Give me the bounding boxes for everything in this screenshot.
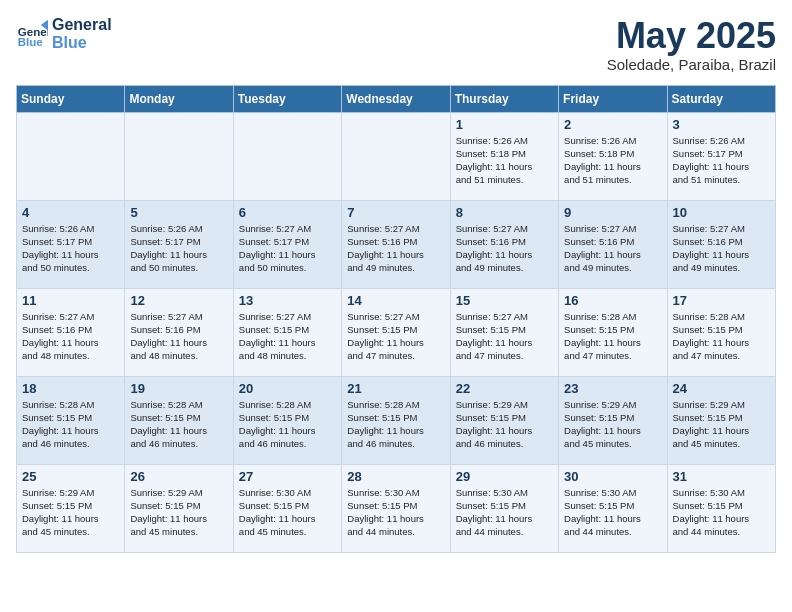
calendar-cell: 17Sunrise: 5:28 AM Sunset: 5:15 PM Dayli… [667,288,775,376]
day-number: 30 [564,469,661,484]
weekday-header-monday: Monday [125,85,233,112]
day-info: Sunrise: 5:27 AM Sunset: 5:15 PM Dayligh… [239,310,336,363]
page-header: General Blue General Blue May 2025 Soled… [16,16,776,73]
calendar-cell: 10Sunrise: 5:27 AM Sunset: 5:16 PM Dayli… [667,200,775,288]
day-number: 25 [22,469,119,484]
calendar-cell: 27Sunrise: 5:30 AM Sunset: 5:15 PM Dayli… [233,464,341,552]
day-number: 28 [347,469,444,484]
day-number: 5 [130,205,227,220]
day-info: Sunrise: 5:28 AM Sunset: 5:15 PM Dayligh… [673,310,770,363]
weekday-header-friday: Friday [559,85,667,112]
calendar-cell: 14Sunrise: 5:27 AM Sunset: 5:15 PM Dayli… [342,288,450,376]
day-info: Sunrise: 5:27 AM Sunset: 5:15 PM Dayligh… [347,310,444,363]
month-title: May 2025 [607,16,776,56]
day-info: Sunrise: 5:26 AM Sunset: 5:18 PM Dayligh… [456,134,553,187]
day-number: 10 [673,205,770,220]
day-number: 19 [130,381,227,396]
calendar-cell: 18Sunrise: 5:28 AM Sunset: 5:15 PM Dayli… [17,376,125,464]
day-info: Sunrise: 5:29 AM Sunset: 5:15 PM Dayligh… [130,486,227,539]
calendar-cell [17,112,125,200]
weekday-header-thursday: Thursday [450,85,558,112]
day-info: Sunrise: 5:29 AM Sunset: 5:15 PM Dayligh… [22,486,119,539]
day-number: 2 [564,117,661,132]
weekday-header-saturday: Saturday [667,85,775,112]
day-number: 24 [673,381,770,396]
day-number: 17 [673,293,770,308]
calendar-cell: 31Sunrise: 5:30 AM Sunset: 5:15 PM Dayli… [667,464,775,552]
day-info: Sunrise: 5:26 AM Sunset: 5:18 PM Dayligh… [564,134,661,187]
day-info: Sunrise: 5:30 AM Sunset: 5:15 PM Dayligh… [456,486,553,539]
day-info: Sunrise: 5:29 AM Sunset: 5:15 PM Dayligh… [564,398,661,451]
calendar-table: SundayMondayTuesdayWednesdayThursdayFrid… [16,85,776,553]
calendar-cell [125,112,233,200]
calendar-cell: 11Sunrise: 5:27 AM Sunset: 5:16 PM Dayli… [17,288,125,376]
day-number: 15 [456,293,553,308]
calendar-cell: 8Sunrise: 5:27 AM Sunset: 5:16 PM Daylig… [450,200,558,288]
calendar-cell: 30Sunrise: 5:30 AM Sunset: 5:15 PM Dayli… [559,464,667,552]
day-info: Sunrise: 5:28 AM Sunset: 5:15 PM Dayligh… [22,398,119,451]
day-info: Sunrise: 5:27 AM Sunset: 5:16 PM Dayligh… [564,222,661,275]
day-number: 18 [22,381,119,396]
day-number: 12 [130,293,227,308]
day-info: Sunrise: 5:30 AM Sunset: 5:15 PM Dayligh… [673,486,770,539]
day-info: Sunrise: 5:27 AM Sunset: 5:16 PM Dayligh… [673,222,770,275]
day-number: 14 [347,293,444,308]
day-number: 29 [456,469,553,484]
calendar-cell [342,112,450,200]
day-number: 4 [22,205,119,220]
day-info: Sunrise: 5:27 AM Sunset: 5:16 PM Dayligh… [130,310,227,363]
calendar-cell: 22Sunrise: 5:29 AM Sunset: 5:15 PM Dayli… [450,376,558,464]
calendar-cell: 4Sunrise: 5:26 AM Sunset: 5:17 PM Daylig… [17,200,125,288]
calendar-cell: 13Sunrise: 5:27 AM Sunset: 5:15 PM Dayli… [233,288,341,376]
day-number: 7 [347,205,444,220]
location-subtitle: Soledade, Paraiba, Brazil [607,56,776,73]
calendar-cell: 6Sunrise: 5:27 AM Sunset: 5:17 PM Daylig… [233,200,341,288]
day-number: 23 [564,381,661,396]
day-info: Sunrise: 5:28 AM Sunset: 5:15 PM Dayligh… [347,398,444,451]
day-info: Sunrise: 5:26 AM Sunset: 5:17 PM Dayligh… [22,222,119,275]
day-number: 9 [564,205,661,220]
day-number: 26 [130,469,227,484]
calendar-cell: 7Sunrise: 5:27 AM Sunset: 5:16 PM Daylig… [342,200,450,288]
day-number: 11 [22,293,119,308]
calendar-cell: 29Sunrise: 5:30 AM Sunset: 5:15 PM Dayli… [450,464,558,552]
logo-general: General [52,16,112,34]
day-info: Sunrise: 5:30 AM Sunset: 5:15 PM Dayligh… [347,486,444,539]
weekday-header-wednesday: Wednesday [342,85,450,112]
day-info: Sunrise: 5:27 AM Sunset: 5:16 PM Dayligh… [347,222,444,275]
calendar-cell: 25Sunrise: 5:29 AM Sunset: 5:15 PM Dayli… [17,464,125,552]
day-info: Sunrise: 5:29 AM Sunset: 5:15 PM Dayligh… [673,398,770,451]
day-info: Sunrise: 5:26 AM Sunset: 5:17 PM Dayligh… [673,134,770,187]
calendar-cell: 16Sunrise: 5:28 AM Sunset: 5:15 PM Dayli… [559,288,667,376]
calendar-cell: 28Sunrise: 5:30 AM Sunset: 5:15 PM Dayli… [342,464,450,552]
svg-text:Blue: Blue [18,36,44,48]
day-number: 13 [239,293,336,308]
day-info: Sunrise: 5:28 AM Sunset: 5:15 PM Dayligh… [130,398,227,451]
day-info: Sunrise: 5:30 AM Sunset: 5:15 PM Dayligh… [239,486,336,539]
logo-blue: Blue [52,34,112,52]
calendar-cell: 2Sunrise: 5:26 AM Sunset: 5:18 PM Daylig… [559,112,667,200]
calendar-cell: 9Sunrise: 5:27 AM Sunset: 5:16 PM Daylig… [559,200,667,288]
day-info: Sunrise: 5:30 AM Sunset: 5:15 PM Dayligh… [564,486,661,539]
day-info: Sunrise: 5:27 AM Sunset: 5:15 PM Dayligh… [456,310,553,363]
day-info: Sunrise: 5:27 AM Sunset: 5:16 PM Dayligh… [456,222,553,275]
day-number: 6 [239,205,336,220]
calendar-cell: 19Sunrise: 5:28 AM Sunset: 5:15 PM Dayli… [125,376,233,464]
calendar-cell: 26Sunrise: 5:29 AM Sunset: 5:15 PM Dayli… [125,464,233,552]
calendar-cell: 15Sunrise: 5:27 AM Sunset: 5:15 PM Dayli… [450,288,558,376]
logo: General Blue General Blue [16,16,112,51]
calendar-cell [233,112,341,200]
day-number: 16 [564,293,661,308]
weekday-header-tuesday: Tuesday [233,85,341,112]
day-info: Sunrise: 5:26 AM Sunset: 5:17 PM Dayligh… [130,222,227,275]
day-number: 31 [673,469,770,484]
day-number: 3 [673,117,770,132]
day-info: Sunrise: 5:27 AM Sunset: 5:16 PM Dayligh… [22,310,119,363]
weekday-header-sunday: Sunday [17,85,125,112]
day-number: 8 [456,205,553,220]
calendar-cell: 3Sunrise: 5:26 AM Sunset: 5:17 PM Daylig… [667,112,775,200]
day-number: 21 [347,381,444,396]
day-info: Sunrise: 5:29 AM Sunset: 5:15 PM Dayligh… [456,398,553,451]
day-number: 27 [239,469,336,484]
day-info: Sunrise: 5:28 AM Sunset: 5:15 PM Dayligh… [239,398,336,451]
